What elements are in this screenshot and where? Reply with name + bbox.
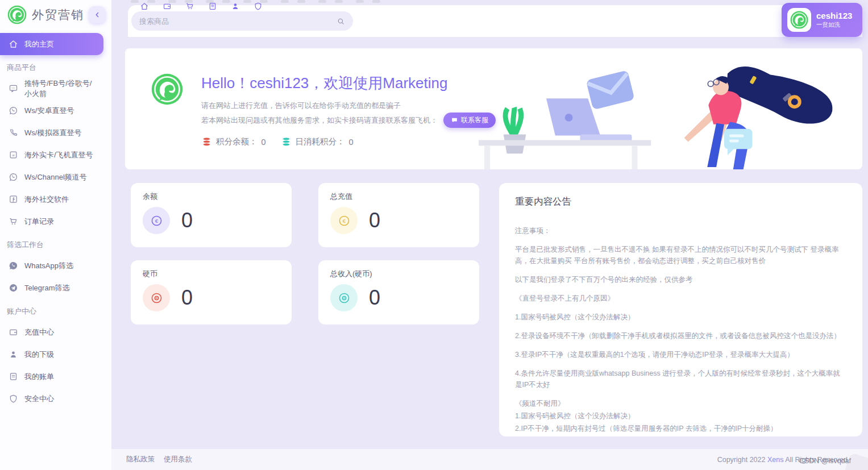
- balance-label: 余额: [143, 192, 280, 202]
- announcement-line: 《直登号登录不上有几个原因》: [515, 293, 846, 304]
- sidebar-item-overseas-social[interactable]: 海外社交软件: [0, 188, 103, 210]
- user-tagline: 一贫如洗: [816, 21, 852, 29]
- cart-icon: [9, 217, 18, 226]
- sidebar-item-label: 我的主页: [24, 39, 54, 49]
- announcement-line: 4.条件允许尽量使用商业版whatsapp Business 进行登录，个人版的…: [515, 368, 846, 390]
- coins-value: 0: [181, 286, 193, 310]
- user-profile-card[interactable]: ceshi123 一贫如洗: [782, 3, 862, 37]
- total-recharge-value: 0: [369, 209, 380, 232]
- sidebar-item-ws-emulator[interactable]: Ws/模拟器直登号: [0, 122, 103, 144]
- coins-card: 硬币 0: [131, 260, 292, 325]
- sidebar-item-my-subordinates[interactable]: 我的下级: [0, 343, 103, 365]
- sidebar-section-products: 商品平台: [0, 55, 111, 77]
- sidebar-item-ws-channel[interactable]: Ws/Channel频道号: [0, 166, 103, 188]
- user-name: ceshi123: [816, 11, 852, 21]
- search-icon[interactable]: [337, 17, 345, 26]
- sidebar-item-orders[interactable]: 订单记录: [0, 210, 103, 232]
- sidebar-section-label: 账户中心: [7, 306, 36, 317]
- announcement-line: 1.国家号码被风控（这个没办法解决）: [515, 311, 846, 323]
- brand: 外贸营销: [0, 0, 111, 31]
- announcement-line: 2.登录设备环境不干净（卸载删除干净手机或者模拟器里的文件，或者设备信息被风控这…: [515, 330, 846, 342]
- points-balance-label: 积分余额：: [216, 136, 258, 147]
- watermark-text: CSDN @lsvqdaf: [799, 457, 851, 465]
- total-recharge-label: 总充值: [330, 192, 467, 202]
- facebook-icon: [9, 194, 18, 204]
- whatsapp-icon: [9, 172, 18, 182]
- wallet-shortcut-icon[interactable]: [163, 2, 172, 11]
- hero-logo-icon: [150, 72, 184, 106]
- coin-ring-icon: [330, 284, 358, 311]
- sidebar-item-ws-android[interactable]: Ws/安卓直登号: [0, 99, 103, 122]
- sidebar-item-recharge-center[interactable]: 充值中心: [0, 321, 103, 343]
- hero-stats: 积分余额： 0 日消耗积分： 0: [201, 136, 354, 147]
- sidebar-item-twitter-fb-google[interactable]: 推特号/FB号/谷歌号/小火箭: [0, 77, 103, 99]
- bill-icon: [9, 372, 18, 381]
- cart-shortcut-icon[interactable]: [185, 2, 194, 11]
- sidebar-item-label: 安全中心: [24, 394, 54, 404]
- app-title: 外贸营销: [32, 7, 84, 23]
- announcement-line: 3.登录IP不干净（这是权重最高的1个选项，请使用干净动态IP登录，登录概率大大…: [515, 349, 846, 360]
- avatar: [787, 8, 811, 32]
- shield-icon: [9, 394, 18, 404]
- chat-bubble-icon: [451, 117, 458, 124]
- announcement-line: 2.IP不干净，短期内有封号过（筛选尽量用服务器的IP 去筛选，干净的IP十分耐…: [515, 423, 846, 434]
- welcome-notice-line2: 若本网站出现问题或有其他服务需求，如实卡接码请直接联系客服飞机：: [201, 115, 438, 126]
- announcement-line: 注意事项：: [515, 225, 846, 236]
- terms-of-use-link[interactable]: 使用条款: [164, 455, 192, 464]
- total-recharge-card: 总充值 0: [318, 183, 479, 247]
- sidebar-item-label: Ws/安卓直登号: [24, 106, 74, 116]
- sidebar-item-label: 我的下级: [24, 350, 54, 360]
- privacy-policy-link[interactable]: 隐私政策: [126, 455, 155, 464]
- chat-icon: [9, 84, 18, 93]
- sidebar-section-label: 商品平台: [7, 63, 36, 73]
- sidebar-item-label: 海外实卡/飞机直登号: [24, 150, 93, 160]
- announcement-line: 《频道不耐用》: [515, 398, 846, 409]
- sidebar-item-label: 我的账单: [24, 372, 54, 382]
- welcome-title: Hello！ceshi123，欢迎使用Marketing: [201, 73, 447, 93]
- sidebar-item-label: 海外社交软件: [24, 194, 69, 205]
- sidebar-item-label: 充值中心: [24, 327, 54, 338]
- sidebar-section-label: 筛选工作台: [7, 240, 44, 250]
- stat-cards: 余额 0 总充值 0 硬币 0 总收入(硬币) 0: [131, 183, 479, 325]
- total-income-label: 总收入(硬币): [330, 269, 467, 279]
- shield-shortcut-icon[interactable]: [254, 2, 263, 11]
- search-input[interactable]: [139, 17, 337, 26]
- balance-value: 0: [181, 209, 193, 232]
- sidebar-item-whatsapp-filter[interactable]: WhatsApp筛选: [0, 255, 103, 277]
- announcement-line: 平台是已批发形式销售，一旦售出不退不换 如果有登录不上的情况你可以不时买几个号测…: [515, 244, 846, 267]
- home-icon: [9, 39, 18, 49]
- points-balance-stat: 积分余额： 0: [201, 136, 266, 147]
- announcement-line: 以下是我们登录了不下百万个号的出来的经验，仅供参考: [515, 274, 846, 285]
- coins-icon: [201, 136, 212, 147]
- home-shortcut-icon[interactable]: [140, 2, 149, 11]
- announcement-line: 1.国家号码被风控（这个没办法解决）: [515, 410, 846, 422]
- total-income-card: 总收入(硬币) 0: [318, 260, 479, 325]
- chevron-left-icon: [93, 11, 101, 19]
- coins-label: 硬币: [143, 269, 280, 279]
- bill-shortcut-icon[interactable]: [208, 2, 217, 11]
- telegram-icon: [9, 283, 18, 293]
- coins-icon: [281, 136, 292, 147]
- sidebar-item-label: Ws/Channel频道号: [24, 172, 87, 182]
- search-bar: [131, 11, 353, 31]
- sidebar-item-label: 推特号/FB号/谷歌号/小火箭: [24, 78, 95, 99]
- welcome-notice-line1: 请在网站上进行充值，告诉你可以在给你手动充值的都是骗子: [201, 101, 401, 111]
- copyright-prefix: Copyright 2022: [717, 456, 767, 464]
- sidebar-item-home[interactable]: 我的主页: [0, 33, 103, 55]
- sidebar-item-security-center[interactable]: 安全中心: [0, 388, 103, 410]
- sidebar-item-my-bills[interactable]: 我的账单: [0, 365, 103, 388]
- sidebar-section-filter-workbench: 筛选工作台: [0, 232, 111, 255]
- quick-shortcuts: [140, 2, 263, 11]
- announcement-title: 重要内容公告: [515, 196, 846, 208]
- sidebar-item-telegram-filter[interactable]: Telegram筛选: [0, 277, 103, 299]
- sidebar-collapse-button[interactable]: [89, 6, 106, 23]
- sidebar-item-overseas-sim[interactable]: 海外实卡/飞机直登号: [0, 144, 103, 166]
- whatsapp-icon: [9, 106, 18, 115]
- person-shortcut-icon[interactable]: [231, 2, 240, 11]
- sidebar-nav: 我的主页 商品平台 推特号/FB号/谷歌号/小火箭 Ws/安卓直登号 Ws/模拟…: [0, 33, 111, 410]
- sim-card-icon: [9, 150, 18, 160]
- app-logo-icon: [7, 5, 27, 25]
- euro-coin-icon: [143, 207, 170, 234]
- total-income-value: 0: [369, 286, 380, 310]
- balance-card: 余额 0: [131, 183, 292, 247]
